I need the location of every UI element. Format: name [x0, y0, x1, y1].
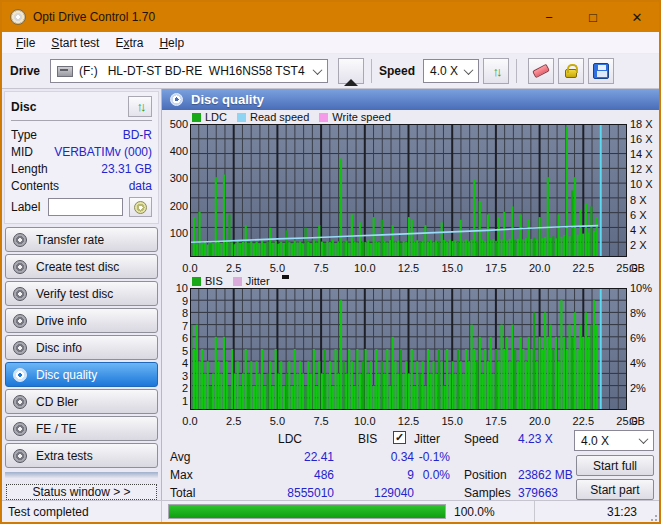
jitter-legend-label: Jitter [246, 275, 270, 287]
disc-panel-title: Disc [11, 100, 36, 114]
divider [11, 120, 152, 121]
toolbar: Drive (F:) HL-DT-ST BD-RE WH16NS58 TST4 … [2, 54, 659, 88]
refresh-arrows-icon: ↑↓ [493, 64, 500, 79]
axis-label: 0.0 [182, 262, 197, 274]
start-part-button[interactable]: Start part [576, 479, 654, 500]
toolbar-separator [516, 59, 517, 83]
disc-type-row: Type BD-R [11, 126, 152, 143]
axis-label: 7 [182, 320, 188, 332]
axis-label: 300 [170, 172, 188, 184]
sidebar-item-fe-te[interactable]: FE / TE [5, 416, 158, 441]
axis-label: 5 [182, 345, 188, 357]
menu-bar: File Start test Extra Help [2, 32, 659, 54]
disc-icon [13, 395, 27, 409]
axis-label: 8% [630, 307, 646, 319]
eject-button[interactable] [338, 58, 364, 84]
menu-help[interactable]: Help [151, 34, 192, 52]
disc-label-input[interactable] [48, 198, 123, 216]
axis-label: 25.0 [616, 262, 637, 274]
sidebar-item-label: Create test disc [36, 260, 119, 274]
axis-label: 10 X [630, 178, 653, 190]
start-full-button[interactable]: Start full [576, 455, 654, 476]
erase-disc-button[interactable] [528, 58, 554, 84]
disc-length-row: Length 23.31 GB [11, 160, 152, 177]
axis-label: 2.5 [226, 262, 241, 274]
jitter-checkbox[interactable]: ✓ [393, 431, 406, 444]
write-speed-legend-label: Write speed [332, 111, 391, 123]
position-stat-label: Position [464, 468, 507, 482]
sidebar-item-verify-test-disc[interactable]: Verify test disc [5, 281, 158, 306]
bottom-chart-right-axis: 10%8%6%4%2% [627, 288, 659, 413]
top-chart-left-axis: 500400300200100 [162, 124, 190, 260]
sidebar-item-extra-tests[interactable]: Extra tests [5, 443, 158, 468]
axis-label: 10.0 [354, 262, 375, 274]
disc-contents-value: data [129, 179, 152, 193]
menu-extra[interactable]: Extra [107, 34, 151, 52]
disc-mid-label: MID [11, 145, 33, 159]
disc-label-button[interactable] [129, 197, 152, 217]
options-button[interactable] [558, 58, 584, 84]
sidebar-item-label: Verify test disc [36, 287, 113, 301]
bottom-chart-x-axis: 0.02.55.07.510.012.515.017.520.022.525.0… [162, 413, 659, 427]
disc-refresh-button[interactable]: ↑↓ [128, 96, 152, 117]
minimize-button[interactable]: − [527, 2, 571, 32]
disc-label-row: Label [11, 197, 152, 217]
disc-icon [13, 233, 27, 247]
jitter-checkbox-label: Jitter [414, 432, 440, 446]
menu-start-test[interactable]: Start test [43, 34, 107, 52]
axis-label: 10.0 [354, 415, 375, 427]
sidebar-item-disc-info[interactable]: Disc info [5, 335, 158, 360]
disc-icon [13, 260, 27, 274]
axis-label: 16 X [630, 133, 653, 145]
sidebar-item-disc-quality[interactable]: Disc quality [5, 362, 158, 387]
sidebar-gradient-strip [5, 472, 158, 478]
axis-label: 400 [170, 145, 188, 157]
disc-icon [13, 422, 27, 436]
status-bar: Test completed 100.0% 31:23 [2, 500, 659, 522]
menu-file[interactable]: File [8, 34, 43, 52]
axis-label: 5.0 [270, 262, 285, 274]
jitter-legend-swatch [233, 277, 242, 286]
disc-icon [13, 368, 27, 382]
resize-grip[interactable] [647, 511, 657, 521]
drive-select[interactable]: (F:) HL-DT-ST BD-RE WH16NS58 TST4 [50, 59, 328, 83]
axis-label: 22.5 [573, 415, 594, 427]
bis-legend-swatch [192, 277, 201, 286]
refresh-button[interactable]: ↑↓ [483, 58, 509, 84]
avg-row-label: Avg [170, 450, 190, 464]
close-button[interactable]: ✕ [615, 2, 659, 32]
read-speed-legend-label: Read speed [250, 111, 309, 123]
axis-label: 500 [170, 118, 188, 130]
sidebar-item-cd-bler[interactable]: CD Bler [5, 389, 158, 414]
refresh-arrows-icon: ↑↓ [137, 99, 144, 114]
sidebar-item-drive-info[interactable]: Drive info [5, 308, 158, 333]
sidebar-item-label: Transfer rate [36, 233, 104, 247]
axis-label: 17.5 [485, 262, 506, 274]
axis-label: 12.5 [398, 262, 419, 274]
axis-label: 2 X [630, 239, 647, 251]
sidebar-item-label: CD Bler [36, 395, 78, 409]
top-chart-legend: LDC Read speed Write speed [162, 110, 659, 124]
maximize-button[interactable]: □ [571, 2, 615, 32]
axis-label: 8 [182, 307, 188, 319]
save-button[interactable] [588, 58, 614, 84]
avg-jitter-value: -0.1% [372, 450, 450, 464]
speed-select[interactable]: 4.0 X [423, 59, 479, 83]
status-message: Test completed [2, 501, 162, 522]
top-chart-x-axis: 0.02.55.07.510.012.515.017.520.022.525.0… [162, 260, 659, 274]
app-cd-icon [10, 9, 26, 25]
axis-label: 2.5 [226, 415, 241, 427]
max-row-label: Max [170, 468, 193, 482]
progress-percent: 100.0% [446, 505, 534, 519]
axis-label: 0.0 [182, 415, 197, 427]
sidebar-item-create-test-disc[interactable]: Create test disc [5, 254, 158, 279]
sidebar-item-transfer-rate[interactable]: Transfer rate [5, 227, 158, 252]
axis-label: 2 [182, 382, 188, 394]
total-bis-value: 129040 [342, 486, 414, 500]
max-ldc-value: 486 [222, 468, 334, 482]
chevron-down-icon [313, 65, 323, 75]
status-window-button[interactable]: Status window > > [6, 484, 157, 500]
test-speed-select[interactable]: 4.0 X [574, 430, 654, 451]
panel-header: Disc quality [162, 89, 659, 110]
sidebar-item-label: FE / TE [36, 422, 76, 436]
